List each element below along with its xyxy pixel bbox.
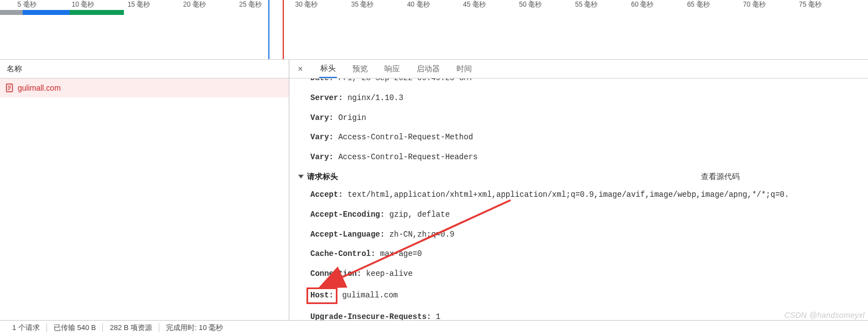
timeline-tick: 15 毫秒 [128,0,150,9]
timeline-tick: 5 毫秒 [18,0,37,9]
timeline-bar-segment [70,10,124,15]
header-line: Cache-Control: max-age=0 [289,244,868,264]
timeline-tick: 75 毫秒 [799,0,822,9]
request-detail-pane: × 标头 预览 响应 启动器 时间 Date: Fri, 23 Sep 2022… [289,60,868,320]
request-headers-section[interactable]: 请求标头查看源代码 [289,168,868,185]
tab-response[interactable]: 响应 [383,60,401,77]
request-row[interactable]: gulimall.com [0,78,289,97]
timeline-tick: 40 毫秒 [407,0,430,9]
column-header-name[interactable]: 名称 [0,60,289,78]
header-line: Vary: Access-Control-Request-Method [289,128,868,148]
chevron-down-icon [298,175,304,179]
header-line: Connection: keep-alive [289,264,868,284]
status-finish: 完成用时: 10 毫秒 [159,323,230,333]
timeline-tick: 50 毫秒 [519,0,542,9]
timeline-tick: 20 毫秒 [183,0,206,9]
header-line: Host: gulimall.com [289,284,868,307]
timeline-request-bar [0,10,868,15]
timeline-tick: 65 毫秒 [687,0,710,9]
header-line: Server: nginx/1.10.3 [289,88,868,108]
tab-timing[interactable]: 时间 [455,60,473,77]
requests-list[interactable]: 名称 gulimall.com [0,60,289,320]
status-resources: 282 B 项资源 [103,323,159,333]
timeline-tick: 55 毫秒 [575,0,598,9]
tab-headers[interactable]: 标头 [319,60,337,78]
tab-preview[interactable]: 预览 [351,60,369,77]
header-line: Upgrade-Insecure-Requests: 1 [289,307,868,320]
timeline-scale: 5 毫秒10 毫秒15 毫秒20 毫秒25 毫秒30 毫秒35 毫秒40 毫秒4… [0,0,868,11]
status-bar: 1 个请求 已传输 540 B 282 B 项资源 完成用时: 10 毫秒 [0,320,868,335]
status-transferred: 已传输 540 B [47,323,103,333]
header-line: Accept-Encoding: gzip, deflate [289,205,868,225]
view-source-link[interactable]: 查看源代码 [701,172,856,182]
timeline-tick: 10 毫秒 [71,0,94,9]
timeline-tick: 25 毫秒 [239,0,262,9]
timeline-tick: 60 毫秒 [631,0,654,9]
timeline-bar-segment [0,10,23,15]
header-line: Accept-Language: zh-CN,zh;q=0.9 [289,225,868,245]
close-icon[interactable]: × [296,65,305,74]
header-line: Accept: text/html,application/xhtml+xml,… [289,185,868,205]
detail-tabs: × 标头 预览 响应 启动器 时间 [289,60,868,78]
tab-initiator[interactable]: 启动器 [415,60,441,77]
timeline-tick: 30 毫秒 [295,0,318,9]
network-timeline[interactable]: 5 毫秒10 毫秒15 毫秒20 毫秒25 毫秒30 毫秒35 毫秒40 毫秒4… [0,0,868,60]
status-requests: 1 个请求 [6,323,46,333]
timeline-tick: 35 毫秒 [351,0,374,9]
header-line: Vary: Origin [289,108,868,128]
header-line: Vary: Access-Control-Request-Headers [289,148,868,168]
request-name: gulimall.com [18,83,61,92]
timeline-tick: 70 毫秒 [743,0,766,9]
header-line: Date: Fri, 23 Sep 2022 09:49:25 GMT [289,78,868,88]
timeline-tick: 45 毫秒 [463,0,486,9]
section-title: 请求标头 [307,172,338,182]
document-icon [6,83,13,92]
